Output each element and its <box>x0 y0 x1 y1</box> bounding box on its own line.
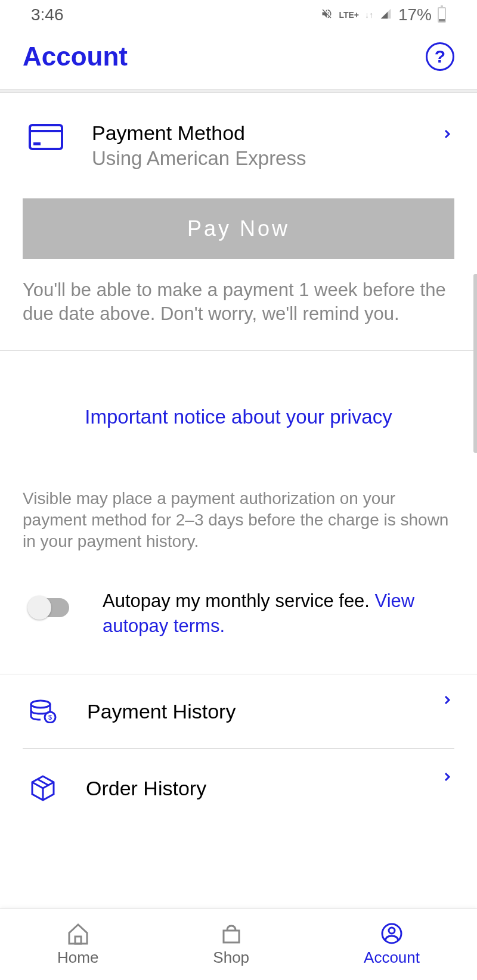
package-icon <box>29 774 57 802</box>
scroll-indicator[interactable] <box>473 274 477 453</box>
network-type: LTE+ <box>339 10 359 20</box>
status-bar: 3:46 LTE+ ↓↑ 17% <box>0 0 477 30</box>
help-button[interactable]: ? <box>426 42 454 71</box>
battery-percentage: 17% <box>398 5 432 24</box>
autopay-toggle[interactable] <box>29 598 69 617</box>
nav-shop-label: Shop <box>213 948 249 967</box>
payment-method-title: Payment Method <box>92 122 411 145</box>
home-icon <box>66 922 91 945</box>
signal-icon <box>379 8 392 23</box>
chevron-right-icon <box>440 123 454 151</box>
payment-history-title: Payment History <box>87 700 411 723</box>
payment-method-text: Payment Method Using American Express <box>92 122 411 170</box>
toggle-knob <box>27 596 51 620</box>
status-icons: LTE+ ↓↑ 17% <box>321 5 446 24</box>
status-time: 3:46 <box>31 5 64 24</box>
privacy-notice-link[interactable]: Important notice about your privacy <box>0 351 477 488</box>
autopay-row: Autopay my monthly service fee. View aut… <box>0 583 477 674</box>
svg-point-5 <box>389 928 395 934</box>
autopay-title: Autopay my monthly service fee. <box>103 590 370 611</box>
pay-now-button[interactable]: Pay Now <box>23 198 454 259</box>
muted-icon <box>321 8 333 23</box>
nav-home-label: Home <box>57 948 98 967</box>
battery-icon <box>438 7 446 23</box>
order-history-title: Order History <box>86 777 411 800</box>
nav-shop[interactable]: Shop <box>213 922 249 967</box>
payment-info-text: You'll be able to make a payment 1 week … <box>0 271 477 350</box>
svg-text:$: $ <box>48 714 52 721</box>
coins-icon: $ <box>29 699 58 723</box>
page-title: Account <box>23 42 128 71</box>
data-arrows-icon: ↓↑ <box>365 10 373 20</box>
bottom-nav: Home Shop Account <box>0 909 477 980</box>
authorization-text: Visible may place a payment authorizatio… <box>0 488 477 583</box>
chevron-right-icon <box>440 766 454 794</box>
app-header: Account ? <box>0 30 477 89</box>
svg-point-0 <box>31 701 50 708</box>
nav-account-label: Account <box>364 948 420 967</box>
chevron-right-icon <box>440 689 454 717</box>
account-icon <box>379 922 404 945</box>
svg-rect-3 <box>75 937 81 944</box>
autopay-text: Autopay my monthly service fee. View aut… <box>103 589 454 639</box>
credit-card-icon <box>29 124 63 150</box>
nav-account[interactable]: Account <box>364 922 420 967</box>
order-history-row[interactable]: Order History <box>0 749 477 808</box>
nav-home[interactable]: Home <box>57 922 98 967</box>
payment-method-row[interactable]: Payment Method Using American Express <box>0 93 477 194</box>
shop-icon <box>219 922 244 945</box>
payment-method-subtitle: Using American Express <box>92 147 411 170</box>
payment-history-row[interactable]: $ Payment History <box>0 674 477 748</box>
